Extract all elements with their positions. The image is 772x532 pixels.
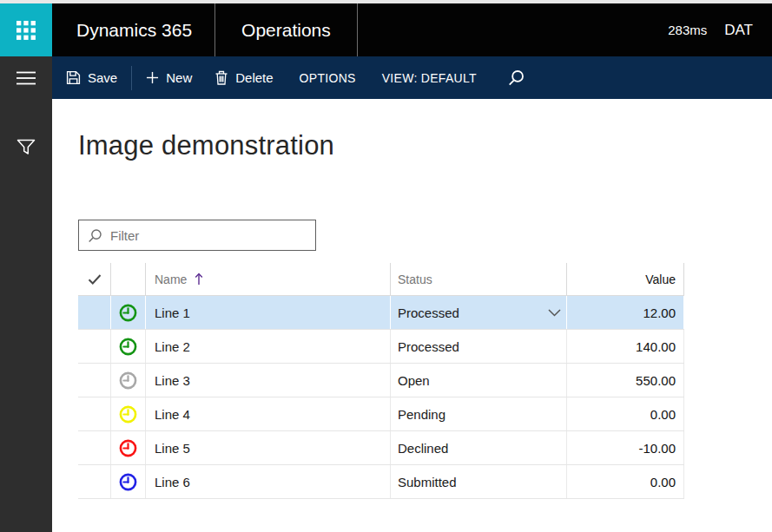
data-grid: Name Status Value bbox=[78, 263, 684, 499]
options-menu-button[interactable]: OPTIONS bbox=[300, 71, 356, 85]
cell-status[interactable]: Processed bbox=[391, 330, 567, 363]
cell-name[interactable]: Line 4 bbox=[146, 397, 391, 430]
cell-name[interactable]: Line 6 bbox=[146, 465, 391, 498]
row-icon-cell bbox=[111, 330, 146, 363]
cell-status[interactable]: Declined bbox=[391, 431, 567, 464]
grid-filter-box[interactable] bbox=[78, 220, 316, 251]
name-column-header[interactable]: Name bbox=[146, 263, 391, 295]
row-icon-cell bbox=[111, 364, 146, 397]
page-body: Image demonstration bbox=[52, 99, 772, 532]
product-title[interactable]: Operations bbox=[215, 20, 357, 41]
view-selector-button[interactable]: VIEW: DEFAULT bbox=[382, 71, 477, 85]
icon-column-header bbox=[111, 263, 146, 295]
table-row[interactable]: Line 4 Pending 0.00 bbox=[78, 397, 684, 431]
latency-indicator: 283ms bbox=[668, 23, 707, 37]
sort-ascending-icon bbox=[195, 273, 203, 286]
cell-value[interactable]: 0.00 bbox=[567, 465, 684, 498]
command-bar-divider bbox=[131, 66, 132, 90]
hamburger-icon bbox=[16, 69, 36, 87]
clock-icon bbox=[118, 371, 138, 391]
options-label: OPTIONS bbox=[300, 71, 356, 85]
clock-icon bbox=[118, 303, 138, 323]
app-launcher-button[interactable] bbox=[0, 3, 52, 56]
row-select-cell[interactable] bbox=[78, 330, 111, 363]
delete-label: Delete bbox=[235, 70, 273, 85]
app-bar: Dynamics 365 Operations 283ms DAT bbox=[0, 3, 772, 56]
brand-title[interactable]: Dynamics 365 bbox=[52, 20, 214, 41]
row-icon-cell bbox=[111, 397, 146, 430]
row-icon-cell bbox=[111, 431, 146, 464]
clock-icon bbox=[118, 472, 138, 492]
waffle-icon bbox=[16, 21, 36, 40]
row-select-cell[interactable] bbox=[78, 296, 111, 329]
cell-status[interactable]: Submitted bbox=[391, 465, 567, 498]
delete-button[interactable]: Delete bbox=[214, 70, 273, 85]
table-row[interactable]: Line 3 Open 550.00 bbox=[78, 364, 684, 397]
filter-pane-button[interactable] bbox=[16, 139, 36, 161]
check-icon bbox=[88, 273, 102, 286]
chevron-down-icon[interactable] bbox=[548, 309, 561, 317]
value-column-header[interactable]: Value bbox=[567, 263, 684, 295]
clock-icon bbox=[118, 337, 138, 357]
app-bar-divider bbox=[357, 3, 358, 56]
save-label: Save bbox=[88, 70, 117, 85]
row-select-cell[interactable] bbox=[78, 431, 111, 464]
row-icon-cell bbox=[111, 465, 146, 498]
new-button[interactable]: New bbox=[146, 70, 192, 85]
table-row[interactable]: Line 2 Processed 140.00 bbox=[78, 330, 684, 364]
cell-value[interactable]: 140.00 bbox=[567, 330, 684, 363]
company-badge[interactable]: DAT bbox=[724, 22, 753, 39]
row-select-cell[interactable] bbox=[78, 364, 111, 397]
cell-value[interactable]: 550.00 bbox=[567, 364, 684, 397]
status-column-header[interactable]: Status bbox=[391, 263, 567, 295]
cell-status[interactable]: Open bbox=[391, 364, 567, 397]
trash-icon bbox=[214, 70, 228, 85]
table-row[interactable]: Line 1 Processed 12.00 bbox=[78, 296, 684, 330]
cell-name[interactable]: Line 2 bbox=[146, 330, 391, 363]
cell-status[interactable]: Pending bbox=[391, 397, 567, 430]
row-select-cell[interactable] bbox=[78, 465, 111, 498]
save-icon bbox=[66, 70, 81, 85]
cell-value[interactable]: -10.00 bbox=[567, 431, 684, 464]
save-button[interactable]: Save bbox=[66, 70, 117, 85]
page-title: Image demonstration bbox=[78, 130, 772, 161]
table-row[interactable]: Line 6 Submitted 0.00 bbox=[78, 465, 684, 499]
cell-value[interactable]: 0.00 bbox=[567, 397, 684, 430]
new-label: New bbox=[166, 70, 192, 85]
plus-icon bbox=[146, 71, 159, 84]
command-bar: Save New Delete OPT bbox=[52, 56, 772, 99]
menu-button[interactable] bbox=[0, 56, 52, 99]
row-icon-cell bbox=[111, 296, 146, 329]
row-select-cell[interactable] bbox=[78, 397, 111, 430]
clock-icon bbox=[118, 404, 138, 424]
cell-value[interactable]: 12.00 bbox=[567, 296, 684, 329]
filter-search-icon bbox=[88, 228, 102, 243]
funnel-icon bbox=[16, 139, 36, 157]
app-bar-black-section: Dynamics 365 Operations 283ms DAT bbox=[52, 3, 772, 56]
command-search-button[interactable] bbox=[508, 69, 525, 86]
grid-header: Name Status Value bbox=[78, 263, 684, 296]
cell-status-dropdown[interactable]: Processed bbox=[391, 296, 567, 329]
select-all-header[interactable] bbox=[78, 263, 111, 295]
filter-input[interactable] bbox=[110, 228, 307, 243]
cell-name[interactable]: Line 3 bbox=[146, 364, 391, 397]
view-label: VIEW: DEFAULT bbox=[382, 71, 477, 85]
table-row[interactable]: Line 5 Declined -10.00 bbox=[78, 431, 684, 465]
clock-icon bbox=[118, 438, 138, 458]
cell-name[interactable]: Line 1 bbox=[146, 296, 391, 329]
nav-sidebar bbox=[0, 56, 52, 532]
search-icon bbox=[508, 69, 525, 86]
cell-name[interactable]: Line 5 bbox=[146, 431, 391, 464]
